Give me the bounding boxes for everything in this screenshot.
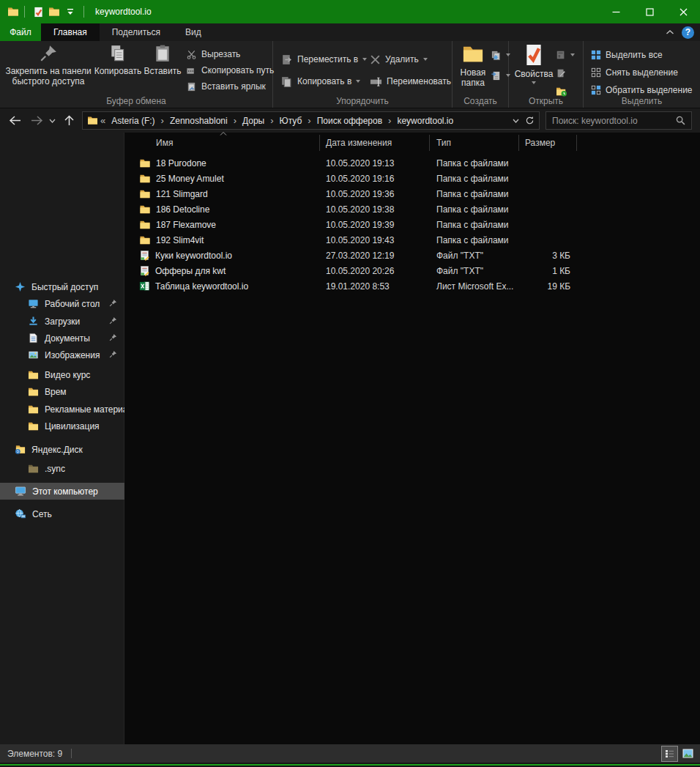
sidebar-item-downloads[interactable]: Загрузки	[0, 313, 124, 330]
delete-x-icon	[370, 54, 381, 65]
paste-button[interactable]: Вставить	[142, 44, 183, 76]
folder-icon	[28, 421, 39, 431]
address-bar[interactable]: « Asteria (F:) › Zennoshabloni › Доры › …	[82, 111, 540, 130]
file-row[interactable]: Куки keywordtool.io 27.03.2020 12:19 Фай…	[124, 248, 700, 263]
group-label-open: Открыть	[509, 96, 583, 106]
properties-button[interactable]: Свойства	[515, 44, 553, 84]
status-bar: Элементов: 9	[0, 744, 700, 763]
minimize-button[interactable]	[599, 0, 633, 23]
select-all-button[interactable]: Выделить все	[591, 47, 693, 63]
forward-button[interactable]	[28, 108, 45, 133]
new-folder-button[interactable]: Новаяпапка	[454, 44, 492, 88]
breadcrumb-overflow[interactable]: «	[100, 115, 106, 126]
copy-button[interactable]: Копировать	[95, 44, 141, 76]
file-row[interactable]: 25 Money Amulet 10.05.2020 19:16 Папка с…	[124, 171, 700, 186]
sidebar-item-folder[interactable]: Рекламные материалы	[0, 401, 124, 418]
breadcrumb-segment[interactable]: Ютуб	[275, 116, 308, 126]
pin-to-quick-access-button[interactable]: Закрепить на панелибыстрого доступа	[4, 44, 92, 86]
excel-file-icon	[139, 281, 150, 292]
cut-button[interactable]: Вырезать	[186, 46, 274, 62]
sidebar-item-this-pc[interactable]: Этот компьютер	[0, 483, 124, 500]
file-row[interactable]: 18 Purodone 10.05.2020 19:13 Папка с фай…	[124, 155, 700, 171]
column-header-size[interactable]: Размер	[519, 135, 577, 151]
file-row[interactable]: Таблица keywordtool.io 19.01.2020 8:53 Л…	[124, 278, 700, 294]
ribbon-group-organize: Переместить в Копировать в Удалить Переи…	[273, 41, 453, 108]
tab-share[interactable]: Поделиться	[100, 23, 173, 41]
help-icon[interactable]: ?	[682, 26, 694, 39]
details-view-button[interactable]	[662, 746, 677, 761]
delete-button[interactable]: Удалить	[370, 48, 451, 70]
qat-properties-icon[interactable]	[30, 3, 46, 21]
breadcrumb-segment[interactable]: Zennoshabloni	[165, 116, 233, 126]
easy-access-icon	[491, 70, 502, 81]
search-input[interactable]	[546, 116, 676, 126]
breadcrumb-segment[interactable]: Доры	[237, 116, 269, 126]
title-bar: keywordtool.io	[0, 0, 700, 23]
tab-file[interactable]: Файл	[0, 23, 41, 41]
move-to-button[interactable]: Переместить в	[280, 48, 367, 70]
column-header-name[interactable]: Имя	[124, 135, 320, 151]
up-button[interactable]	[60, 108, 78, 133]
ribbon-group-clipboard: Закрепить на панелибыстрого доступа Копи…	[0, 41, 273, 108]
paste-shortcut-icon	[186, 81, 197, 92]
sidebar-item-yandex-disk[interactable]: Яндекс.Диск	[0, 441, 124, 458]
breadcrumb-segment[interactable]: Поиск офферов	[312, 116, 387, 126]
qat-new-folder-icon[interactable]	[46, 3, 62, 21]
sidebar-item-quick-access[interactable]: Быстрый доступ	[0, 278, 124, 295]
pin-icon[interactable]	[109, 350, 117, 358]
sidebar-item-network[interactable]: Сеть	[0, 505, 124, 522]
sidebar-item-folder[interactable]: Врем	[0, 383, 124, 400]
file-row[interactable]: 121 Slimgard 10.05.2020 19:36 Папка с фа…	[124, 186, 700, 201]
navigation-bar: « Asteria (F:) › Zennoshabloni › Доры › …	[0, 108, 700, 133]
address-dropdown-icon[interactable]	[513, 119, 519, 123]
folder-dim-icon	[28, 464, 39, 474]
pin-icon[interactable]	[109, 316, 117, 325]
thumbnails-view-button[interactable]	[680, 746, 696, 761]
maximize-button[interactable]	[633, 0, 666, 23]
recent-locations-icon[interactable]	[45, 108, 59, 133]
sidebar-item-folder[interactable]: Видео курс	[0, 366, 124, 383]
paste-shortcut-button[interactable]: Вставить ярлык	[186, 78, 274, 95]
yandex-disk-icon	[15, 444, 26, 455]
sidebar-item-documents[interactable]: Документы	[0, 330, 124, 347]
collapse-ribbon-icon[interactable]	[666, 29, 674, 35]
column-header-type[interactable]: Тип	[430, 135, 519, 151]
sidebar-item-desktop[interactable]: Рабочий стол	[0, 295, 124, 312]
pin-icon[interactable]	[109, 333, 117, 341]
back-button[interactable]	[6, 108, 23, 133]
breadcrumb-segment[interactable]: keywordtool.io	[392, 116, 458, 126]
column-header-date[interactable]: Дата изменения	[320, 135, 430, 151]
copy-path-button[interactable]: Скопировать путь	[186, 62, 274, 78]
new-item-button[interactable]	[491, 47, 510, 63]
folder-icon	[139, 189, 151, 199]
edit-button[interactable]	[556, 65, 575, 81]
qat-customize-icon[interactable]	[62, 3, 78, 21]
pin-icon[interactable]	[109, 299, 117, 307]
select-none-button[interactable]: Снять выделение	[591, 64, 693, 81]
chevron-down-icon	[423, 58, 428, 61]
column-headers: Имя Дата изменения Тип Размер	[124, 135, 577, 151]
sidebar-item-sync-folder[interactable]: .sync	[0, 460, 124, 477]
downloads-icon	[28, 316, 39, 327]
file-row[interactable]: Офферы для kwt 10.05.2020 20:26 Файл "TX…	[124, 263, 700, 278]
sidebar-item-pictures[interactable]: Изображения	[0, 347, 124, 363]
ribbon-tab-bar: Файл Главная Поделиться Вид ?	[0, 23, 700, 41]
sidebar-item-folder[interactable]: Цивилизация	[0, 418, 124, 434]
file-row[interactable]: 187 Flexamove 10.05.2020 19:39 Папка с ф…	[124, 217, 700, 232]
chevron-down-icon	[362, 58, 367, 61]
file-row[interactable]: 186 Detocline 10.05.2020 19:38 Папка с ф…	[124, 201, 700, 217]
tab-view[interactable]: Вид	[173, 23, 214, 41]
file-row[interactable]: 192 Slim4vit 10.05.2020 19:43 Папка с фа…	[124, 232, 700, 248]
rename-button[interactable]: Переименовать	[370, 70, 451, 92]
close-button[interactable]	[666, 0, 700, 23]
breadcrumb-segment[interactable]: Asteria (F:)	[106, 116, 160, 126]
open-with-button[interactable]	[556, 47, 575, 63]
search-icon[interactable]	[676, 116, 691, 125]
easy-access-button[interactable]	[491, 67, 510, 84]
copy-to-button[interactable]: Копировать в	[280, 70, 367, 92]
explorer-app-icon[interactable]	[7, 6, 19, 18]
refresh-icon[interactable]	[525, 116, 535, 125]
tab-home[interactable]: Главная	[41, 23, 100, 41]
sort-ascending-icon	[220, 132, 227, 136]
qat-divider	[24, 6, 25, 18]
